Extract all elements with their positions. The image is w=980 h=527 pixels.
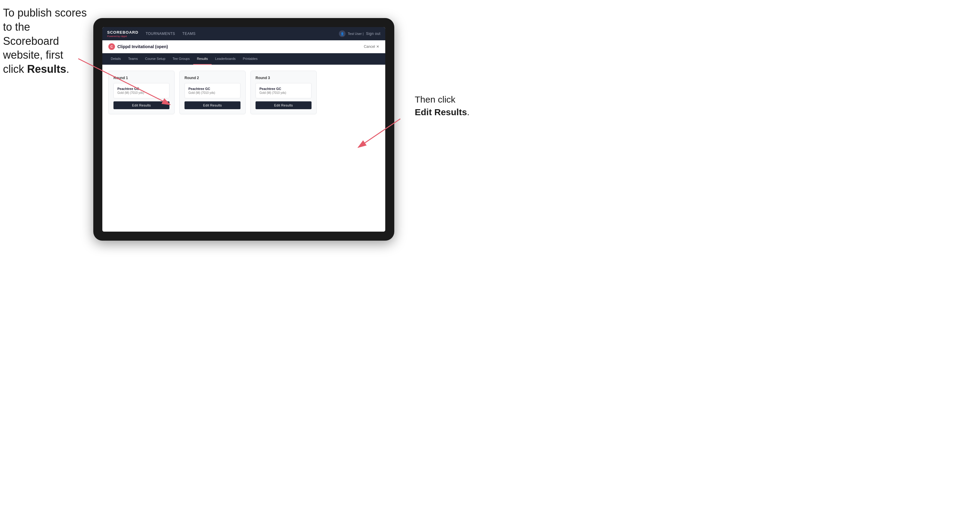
- course-detail-3: Gold (M) (7010 yds): [259, 91, 308, 94]
- sub-nav: Details Teams Course Setup Tee Groups Re…: [102, 53, 385, 65]
- course-name-3: Peachtree GC: [259, 87, 308, 90]
- tournament-header: C Clippd Invitational (open) Cancel ✕: [102, 40, 385, 53]
- user-label: Test User |: [348, 32, 364, 35]
- tab-tee-groups[interactable]: Tee Groups: [169, 53, 193, 65]
- instruction-line4: click Results.: [3, 63, 69, 75]
- tab-leaderboards[interactable]: Leaderboards: [212, 53, 239, 65]
- nav-right: 👤 Test User | Sign out: [339, 30, 380, 37]
- tournament-title: Clippd Invitational (open): [118, 44, 168, 49]
- instruction-end: .: [66, 63, 69, 75]
- tournament-icon: C: [108, 43, 115, 50]
- user-avatar-icon: 👤: [339, 30, 345, 37]
- instruction-line1: To publish scores: [3, 6, 87, 19]
- nav-link-teams[interactable]: TEAMS: [182, 32, 196, 36]
- tab-details[interactable]: Details: [107, 53, 125, 65]
- edit-results-button-3[interactable]: Edit Results: [256, 102, 312, 109]
- round-1-label: Round 1: [113, 76, 169, 80]
- course-detail-2: Gold (M) (7010 yds): [188, 91, 237, 94]
- logo-text: SCOREBOARD: [107, 30, 138, 35]
- tab-teams[interactable]: Teams: [125, 53, 142, 65]
- instruction-left: To publish scores to the Scoreboard webs…: [3, 6, 87, 76]
- cancel-label: Cancel: [364, 44, 375, 49]
- round-card-1: Round 1 Peachtree GC Gold (M) (7010 yds)…: [108, 71, 175, 114]
- nav-link-tournaments[interactable]: TOURNAMENTS: [146, 32, 175, 36]
- page-content: C Clippd Invitational (open) Cancel ✕ De…: [102, 40, 385, 232]
- instruction-bold: Results: [27, 63, 66, 75]
- logo-area: SCOREBOARD Powered by clippd: [107, 30, 138, 38]
- round-card-3: Round 3 Peachtree GC Gold (M) (7010 yds)…: [250, 71, 317, 114]
- course-card-2: Peachtree GC Gold (M) (7010 yds): [185, 83, 240, 98]
- course-name-2: Peachtree GC: [188, 87, 237, 90]
- close-icon: ✕: [376, 44, 379, 49]
- logo-sub: Powered by clippd: [107, 35, 138, 38]
- instruction-right: Then click Edit Results.: [415, 93, 487, 119]
- cancel-button[interactable]: Cancel ✕: [364, 44, 379, 49]
- instruction-right-end: .: [467, 107, 469, 117]
- sign-out-link[interactable]: Sign out: [366, 32, 380, 36]
- instruction-line3: website, first: [3, 49, 63, 61]
- tablet-screen: SCOREBOARD Powered by clippd TOURNAMENTS…: [102, 27, 385, 232]
- results-content: Round 1 Peachtree GC Gold (M) (7010 yds)…: [102, 65, 385, 120]
- course-detail-1: Gold (M) (7010 yds): [118, 91, 165, 94]
- top-nav: SCOREBOARD Powered by clippd TOURNAMENTS…: [102, 27, 385, 40]
- course-card-1: Peachtree GC Gold (M) (7010 yds): [113, 83, 169, 98]
- tab-course-setup[interactable]: Course Setup: [142, 53, 169, 65]
- edit-results-button-1[interactable]: Edit Results: [113, 102, 169, 109]
- instruction-line2: to the Scoreboard: [3, 21, 59, 47]
- tablet-frame: SCOREBOARD Powered by clippd TOURNAMENTS…: [93, 18, 394, 241]
- instruction-right-bold: Edit Results: [415, 107, 467, 117]
- round-card-2: Round 2 Peachtree GC Gold (M) (7010 yds)…: [180, 71, 246, 114]
- tab-results[interactable]: Results: [193, 53, 212, 65]
- nav-links: TOURNAMENTS TEAMS: [146, 32, 196, 36]
- course-name-1: Peachtree GC: [118, 87, 165, 90]
- tab-printables[interactable]: Printables: [239, 53, 261, 65]
- course-card-3: Peachtree GC Gold (M) (7010 yds): [256, 83, 312, 98]
- round-2-label: Round 2: [185, 76, 240, 80]
- edit-results-button-2[interactable]: Edit Results: [185, 102, 240, 109]
- instruction-right-line1: Then click: [415, 94, 455, 105]
- round-3-label: Round 3: [256, 76, 312, 80]
